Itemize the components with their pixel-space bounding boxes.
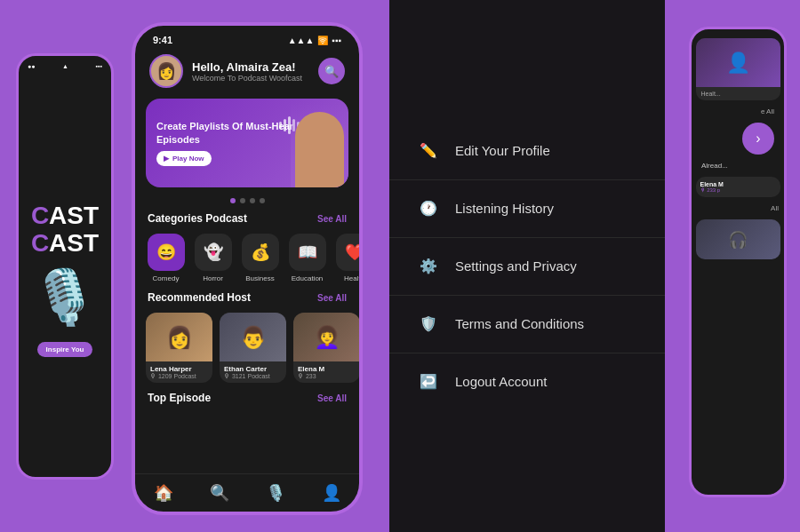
nav-home[interactable]: 🏠: [154, 483, 173, 503]
signal-icon: ▲▲▲: [288, 36, 315, 45]
wifi-icon: 🛜: [317, 36, 328, 45]
left-signal-icon: ●●: [28, 63, 35, 69]
search-button[interactable]: 🔍: [318, 58, 345, 84]
see-all-right-2[interactable]: All: [771, 204, 779, 212]
top-episode-see-all[interactable]: See All: [317, 393, 347, 403]
elena-count: 🎙 233: [298, 373, 356, 379]
main-phone: 9:41 ▲▲▲ 🛜 ▪▪▪ 👩 Hello, Almaira Zea! Wel…: [132, 22, 363, 515]
lena-info: Lena Harper 🎙 1209 Podcast: [146, 361, 212, 383]
education-label: Education: [292, 274, 324, 282]
ethan-name: Ethan Carter: [224, 365, 282, 373]
category-comedy[interactable]: 😄 Comedy: [146, 234, 186, 282]
next-button[interactable]: ›: [742, 123, 774, 155]
girl-figure: [295, 112, 344, 187]
play-button[interactable]: ▶ Play Now: [156, 151, 212, 166]
greeting: Hello, Almaira Zea!: [192, 60, 309, 74]
elena-avatar: 👩‍🦱: [293, 313, 359, 361]
see-all-right-1[interactable]: e All: [761, 107, 774, 115]
horror-icon: 👻: [195, 234, 232, 271]
right-host-card[interactable]: Elena M 🎙 233 p: [696, 177, 780, 197]
host-ethan[interactable]: 👨 Ethan Carter 🎙 3121 Podcast: [220, 313, 286, 383]
categories-list: 😄 Comedy 👻 Horror 💰 Business 📖 Education…: [135, 228, 359, 288]
settings-icon: ⚙️: [416, 254, 441, 279]
recommended-title: Recommended Host: [148, 291, 251, 304]
health-label: Health: [344, 274, 359, 282]
status-bar: 9:41 ▲▲▲ 🛜 ▪▪▪: [135, 26, 359, 49]
business-label: Business: [245, 274, 274, 282]
left-wifi-icon: ▲: [62, 63, 68, 69]
right-card-1-label: Healt...: [701, 91, 775, 97]
dot-4[interactable]: [260, 198, 265, 203]
banner-girl-image: [291, 103, 348, 187]
wave-bar-2: [284, 119, 286, 131]
elena-info: Elena M 🎙 233: [293, 361, 359, 383]
wave-bar-1: [279, 122, 282, 129]
logout-icon: ↩️: [416, 369, 441, 394]
menu-terms[interactable]: 🛡️ Terms and Conditions: [389, 296, 665, 353]
status-icons: ▲▲▲ 🛜 ▪▪▪: [288, 36, 341, 45]
shield-icon: 🛡️: [416, 312, 441, 337]
right-host-name: Elena M: [700, 181, 776, 187]
already-text: Alread...: [701, 162, 728, 170]
menu-logout[interactable]: ↩️ Logout Account: [389, 353, 665, 410]
category-health[interactable]: ❤️ Health: [334, 234, 359, 282]
category-horror[interactable]: 👻 Horror: [193, 234, 233, 282]
listening-history-label: Listening History: [455, 201, 554, 216]
category-education[interactable]: 📖 Education: [287, 234, 327, 282]
promo-banner[interactable]: Create Playlists Of Must-Hear Episodes ▶…: [146, 99, 348, 187]
menu-settings[interactable]: ⚙️ Settings and Privacy: [389, 238, 665, 296]
inspire-badge[interactable]: Inspire You: [37, 342, 93, 357]
ethan-info: Ethan Carter 🎙 3121 Podcast: [220, 361, 286, 383]
comedy-icon: 😄: [148, 234, 185, 271]
avatar: 👩: [149, 54, 183, 88]
recommended-see-all[interactable]: See All: [317, 293, 347, 303]
left-phone: ●● ▲ ▪▪▪ CAST CAST 🎙️ Inspire You: [16, 53, 114, 480]
categories-header: Categories Podcast See All: [135, 209, 359, 228]
health-icon: ❤️: [336, 234, 360, 271]
elena-name: Elena M: [298, 365, 356, 373]
lena-name: Lena Harper: [150, 365, 208, 373]
header-text: Hello, Almaira Zea! Welcome To Podcast W…: [183, 60, 318, 83]
business-icon: 💰: [242, 234, 279, 271]
clock: 9:41: [153, 35, 172, 45]
categories-see-all[interactable]: See All: [317, 214, 347, 224]
menu-listening-history[interactable]: 🕐 Listening History: [389, 180, 665, 238]
bottom-navigation: 🏠 🔍 🎙️ 👤: [135, 473, 359, 512]
app-header: 👩 Hello, Almaira Zea! Welcome To Podcast…: [135, 49, 359, 93]
dot-2[interactable]: [240, 198, 245, 203]
top-episode-header: Top Episode See All: [135, 388, 359, 408]
play-icon: ▶: [164, 155, 169, 163]
podcast-title-left: CAST CAST: [31, 202, 99, 258]
nav-record[interactable]: 🎙️: [266, 483, 285, 503]
podcast-c: C: [31, 202, 49, 229]
top-episode-title: Top Episode: [148, 392, 211, 404]
category-business[interactable]: 💰 Business: [240, 234, 280, 282]
categories-title: Categories Podcast: [148, 212, 247, 225]
right-card-1[interactable]: 👤 Healt...: [696, 38, 780, 100]
terms-label: Terms and Conditions: [455, 316, 584, 331]
logout-label: Logout Account: [455, 374, 547, 389]
recommended-header: Recommended Host See All: [135, 288, 359, 307]
nav-search[interactable]: 🔍: [210, 483, 229, 503]
left-phone-status: ●● ▲ ▪▪▪: [19, 63, 111, 69]
host-elena[interactable]: 👩‍🦱 Elena M 🎙 233: [293, 313, 359, 383]
dot-1[interactable]: [230, 198, 236, 203]
podcast-c2: C: [31, 229, 49, 257]
carousel-dots: [135, 198, 359, 203]
settings-label: Settings and Privacy: [455, 258, 577, 274]
menu-edit-profile[interactable]: ✏️ Edit Your Profile: [389, 123, 665, 180]
dot-3[interactable]: [250, 198, 255, 203]
nav-profile[interactable]: 👤: [322, 483, 341, 503]
ethan-avatar: 👨: [220, 313, 286, 361]
host-lena[interactable]: 👩 Lena Harper 🎙 1209 Podcast: [146, 313, 212, 383]
edit-profile-label: Edit Your Profile: [455, 143, 550, 158]
right-bottom-image: 🎧: [696, 219, 780, 259]
hosts-list: 👩 Lena Harper 🎙 1209 Podcast 👨 Ethan Car…: [135, 307, 359, 388]
ethan-count: 🎙 3121 Podcast: [224, 373, 282, 379]
right-bottom-card[interactable]: 🎧: [696, 219, 780, 259]
edit-icon: ✏️: [416, 139, 441, 163]
history-icon: 🕐: [416, 196, 441, 221]
play-label: Play Now: [172, 155, 204, 163]
right-phone: 👤 Healt... e All › Alread... Elena M 🎙 2…: [689, 27, 787, 497]
education-icon: 📖: [289, 234, 326, 271]
